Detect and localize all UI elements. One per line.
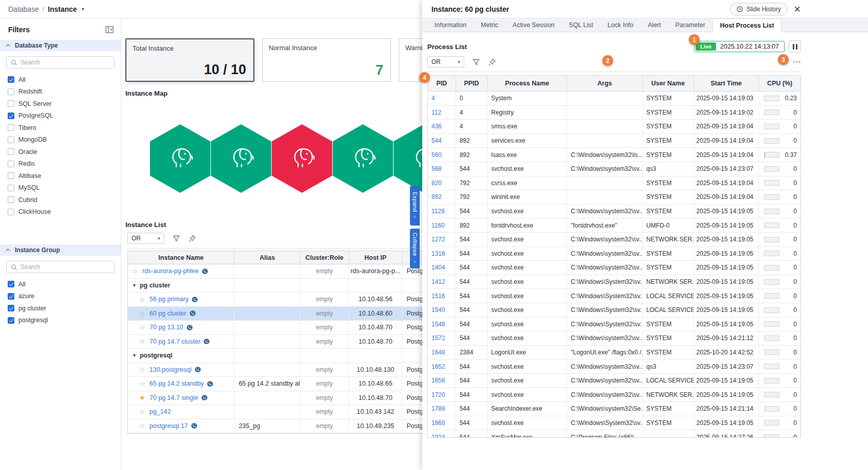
instance-hex-node[interactable] [272,124,332,193]
favorite-star-icon[interactable] [132,268,139,275]
process-row[interactable]: 560 892 lsass.exe C:\Windows\system32\ls… [428,148,800,162]
instance-name-link[interactable]: pg_142 [149,408,171,415]
filter-checkbox-item[interactable]: Redshift [0,86,121,98]
filter-funnel-icon[interactable] [172,235,180,242]
process-row[interactable]: 1572 544 svchost.exe C:\Windows\system32… [428,331,800,346]
instance-name-link[interactable]: postgresql.17 [149,422,188,430]
panel-tab[interactable]: Metric [474,18,506,32]
column-header[interactable]: PPID [456,76,488,92]
pin-icon[interactable] [488,58,496,66]
process-row[interactable]: 1540 544 svchost.exe C:\Windows\System32… [428,303,800,318]
summary-card[interactable]: Normal Instance 7 [262,38,391,82]
column-header[interactable]: CPU (%) [759,76,800,92]
process-row[interactable]: 1412 544 svchost.exe C:\Windows\System32… [428,275,800,289]
filter-checkbox-item[interactable]: Altibase [0,170,121,182]
process-row[interactable]: 112 4 Registry SYSTEM 2025-09-15 14:19:0… [428,106,800,120]
process-row[interactable]: 1316 544 svchost.exe C:\Windows\system32… [428,247,800,261]
pid-link[interactable]: 1412 [431,278,445,285]
breadcrumb-page[interactable]: Instance [48,5,77,13]
favorite-star-icon[interactable] [139,381,146,387]
column-header[interactable]: Process Name [488,76,568,92]
pid-link[interactable]: 820 [431,180,442,187]
favorite-star-icon[interactable] [139,409,146,415]
checkbox[interactable] [8,137,14,143]
pid-link[interactable]: 1548 [431,321,445,328]
process-row[interactable]: 1128 544 svchost.exe C:\Windows\system32… [428,205,800,219]
checkbox[interactable] [8,281,14,287]
collapse-panel-button[interactable]: Collapse › [410,229,420,268]
process-row[interactable]: 1648 2384 LogonUI.exe "LogonUI.exe" /fla… [428,346,800,360]
checkbox[interactable] [8,76,14,83]
process-row[interactable]: 568 544 svchost.exe C:\Windows\system32\… [428,162,800,176]
panel-tab[interactable]: Information [427,18,474,32]
filter-checkbox-item[interactable]: Tibero [0,122,121,134]
chevron-down-icon[interactable]: ▾ [81,6,84,12]
instance-name-link[interactable]: 130.postgresql [149,366,191,373]
filter-checkbox-item[interactable]: PostgreSQL [0,110,121,122]
checkbox[interactable] [8,88,14,95]
favorite-star-icon[interactable] [139,296,146,303]
process-row[interactable]: 1160 892 fontdrvhost.exe "fontdrvhost.ex… [428,218,800,233]
checkbox[interactable] [8,305,14,311]
database-type-header[interactable]: Database Type [0,40,121,51]
instance-group-search[interactable] [6,261,115,273]
instance-name-link[interactable]: 70 pg 13.10 [149,324,183,331]
pid-link[interactable]: 436 [431,123,442,130]
instance-name-link[interactable]: pg cluster [140,282,170,289]
filter-operator-select[interactable]: OR ▾ [127,233,164,244]
process-row[interactable]: 1516 544 svchost.exe C:\Windows\System32… [428,289,800,303]
pid-link[interactable]: 112 [431,109,441,116]
filter-checkbox-item[interactable]: Redis [0,158,121,170]
filter-checkbox-item[interactable]: MongoDB [0,134,121,146]
instance-name-link[interactable]: 60 pg cluster [149,310,186,317]
process-row[interactable]: 4 0 System SYSTEM 2025-09-15 14:19:03 0.… [428,92,800,106]
instance-name-link[interactable]: 65 pg 14.2 standby [149,380,204,387]
more-options-icon[interactable]: ⋯ [793,58,801,66]
filter-checkbox-item[interactable]: pg cluster [0,302,121,315]
slide-history-button[interactable]: Slide History [730,3,787,15]
group-expand-icon[interactable]: ▼ [132,283,137,288]
checkbox[interactable] [8,185,14,191]
pid-link[interactable]: 892 [431,193,442,200]
filter-checkbox-item[interactable]: Cubrid [0,194,121,206]
checkbox[interactable] [8,113,14,119]
filter-funnel-icon[interactable] [472,58,480,66]
instance-hex-node[interactable] [211,124,271,193]
pid-link[interactable]: 568 [431,165,442,172]
checkbox[interactable] [8,148,14,155]
summary-card[interactable]: Total Instance 10 / 10 [125,38,254,82]
process-row[interactable]: 820 792 csrss.exe SYSTEM 2025-09-15 14:1… [428,176,800,191]
pid-link[interactable]: 544 [431,137,442,144]
process-row[interactable]: 1272 544 svchost.exe C:\Windows\system32… [428,233,800,247]
favorite-star-icon[interactable] [139,310,146,317]
pid-link[interactable]: 1648 [431,349,445,356]
process-row[interactable]: 436 4 smss.exe SYSTEM 2025-09-15 14:19:0… [428,120,800,134]
close-icon[interactable]: ✕ [794,5,801,13]
column-header[interactable]: PID [428,76,456,92]
filter-checkbox-item[interactable]: MySQL [0,182,121,194]
favorite-star-icon[interactable] [139,324,146,331]
process-row[interactable]: 1548 544 svchost.exe C:\Windows\System32… [428,318,800,332]
pid-link[interactable]: 1404 [431,264,445,271]
process-row[interactable]: 1924 544 XmSvcMgr.exe C:\Program Files (… [428,430,800,437]
pid-link[interactable]: 1652 [431,363,445,370]
process-row[interactable]: 1788 544 SearchIndexer.exe C:\Windows\sy… [428,402,800,416]
checkbox[interactable] [8,209,14,215]
process-row[interactable]: 1720 544 svchost.exe C:\Windows\system32… [428,388,800,402]
pid-link[interactable]: 1656 [431,377,445,384]
instance-name-link[interactable]: 70 pg 14.7 single [149,394,198,401]
pid-link[interactable]: 1572 [431,334,445,342]
filter-checkbox-item[interactable]: All [0,278,121,290]
pid-link[interactable]: 1720 [431,391,445,398]
instance-hex-node[interactable] [150,124,210,193]
panel-tab[interactable]: Lock Info [600,18,641,32]
filter-checkbox-item[interactable]: SQL Server [0,98,121,110]
checkbox[interactable] [8,124,14,131]
column-header[interactable]: User Name [643,76,694,92]
pid-link[interactable]: 4 [431,95,435,102]
instance-name-link[interactable]: 70 pg 14.7 cluster [149,338,200,345]
process-row[interactable]: 1404 544 svchost.exe C:\Windows\system32… [428,261,800,275]
panel-tab[interactable]: Active Session [506,18,562,32]
pid-link[interactable]: 1128 [431,208,445,215]
breadcrumb-section[interactable]: Database [8,5,39,13]
